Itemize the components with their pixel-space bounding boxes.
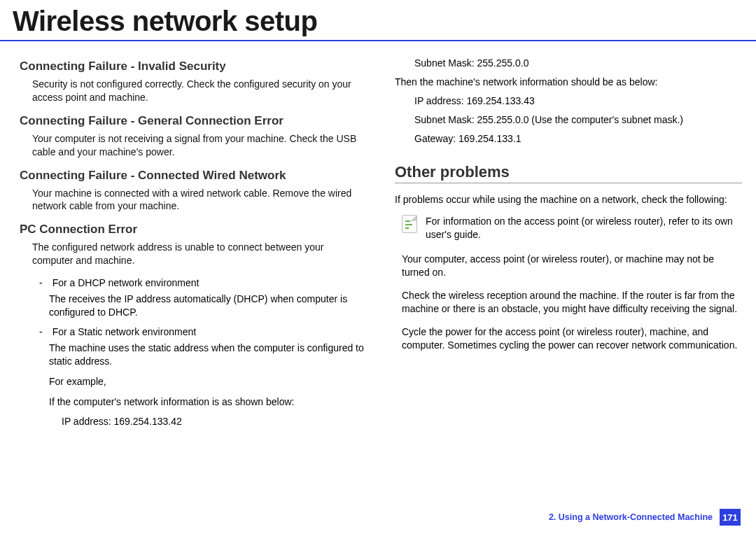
note-icon [402,215,417,233]
list-item: - For a DHCP network environment [39,277,367,288]
value-ip-address-computer: IP address: 169.254.133.42 [62,415,367,428]
para-for-example: For example, [49,375,367,388]
heading-other-problems: Other problems [395,163,742,181]
value-subnet-mask-computer: Subnet Mask: 255.255.0.0 [414,57,742,70]
heading-general-conn-error: Connecting Failure - General Connection … [20,114,367,128]
bullet-text-cycle-power: Cycle the power for the access point (or… [402,325,742,352]
page-number: 171 [720,509,741,526]
value-gateway: Gateway: 169.254.133.1 [414,132,742,146]
list-text-dhcp: For a DHCP network environment [52,277,367,288]
section-divider [395,183,742,183]
para-pc-connection-error: The configured network address is unable… [32,241,367,267]
dash-bullet: - [39,326,43,337]
left-column: Connecting Failure - Invalid Security Se… [20,54,367,434]
para-dhcp-detail: The receives the IP address automaticall… [49,293,367,319]
title-divider [0,40,756,41]
bullet-text-reception: Check the wireless reception around the … [402,289,742,316]
footer-chapter: 2. Using a Network-Connected Machine [549,512,713,522]
heading-invalid-security: Connecting Failure - Invalid Security [20,59,367,73]
para-other-intro: If problems occur while using the machin… [395,193,742,206]
list-text-static: For a Static network environment [52,326,367,337]
page-footer: 2. Using a Network-Connected Machine 171 [549,509,741,526]
right-column: Subnet Mask: 255.255.0.0 Then the machin… [395,54,742,434]
heading-connected-wired: Connecting Failure - Connected Wired Net… [20,169,367,183]
value-subnet-mask-machine: Subnet Mask: 255.255.0.0 (Use the comput… [414,113,742,127]
bullet-item: Your computer, access point (or wireless… [402,253,742,279]
bullet-item: Check the wireless reception around the … [402,289,742,316]
page-title: Wireless network setup [0,0,756,40]
para-connected-wired: Your machine is connected with a wired n… [32,187,367,213]
para-invalid-security: Security is not configured correctly. Ch… [32,78,367,104]
para-static-detail: The machine uses the static address when… [49,342,367,368]
list-item: - For a Static network environment [39,326,367,337]
dash-list: - For a DHCP network environment [39,277,367,288]
bullet-text-turned-on: Your computer, access point (or wireless… [402,253,742,279]
note-block: For information on the access point (or … [402,215,742,241]
para-general-conn-error: Your computer is not receiving a signal … [32,132,367,159]
heading-pc-connection-error: PC Connection Error [20,223,367,237]
dash-list: - For a Static network environment [39,326,367,337]
dash-bullet: - [39,277,43,288]
value-ip-address-machine: IP address: 169.254.133.43 [414,94,742,108]
bullet-item: Cycle the power for the access point (or… [402,325,742,352]
content-columns: Connecting Failure - Invalid Security Se… [0,54,756,434]
note-text: For information on the access point (or … [426,215,742,241]
para-then-machine: Then the machine's network information s… [395,76,742,89]
para-if-computer: If the computer's network information is… [49,395,367,409]
